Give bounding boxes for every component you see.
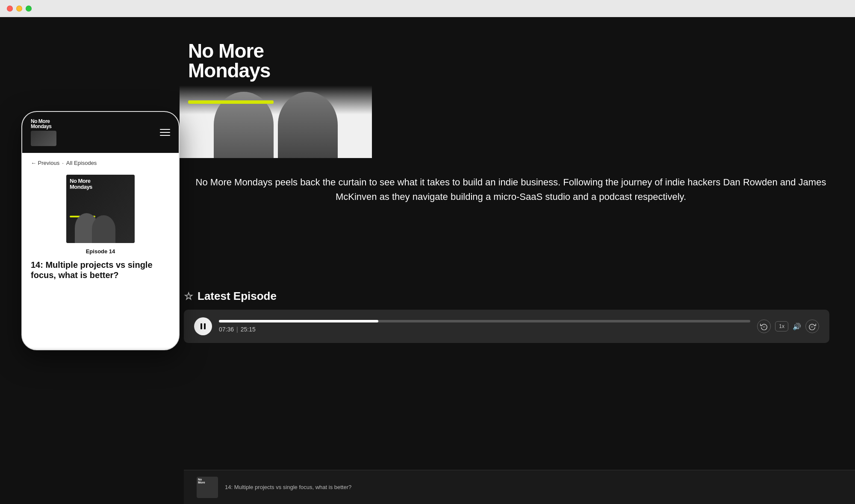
section-title: ☆ Latest Episode	[184, 290, 829, 303]
main-area: No More Mondays No More Mondays	[0, 17, 855, 504]
current-time: 07:36	[219, 326, 234, 333]
forward-10-button[interactable]: 10	[805, 319, 819, 333]
latest-episode-section: ☆ Latest Episode 07:36 | 25:15	[184, 290, 829, 343]
section-title-text: Latest Episode	[198, 290, 277, 303]
phone-logo: No More Mondays	[31, 119, 56, 146]
bottom-episode-text: 14: Multiple projects vs single focus, w…	[225, 484, 351, 490]
hamburger-menu-icon[interactable]	[160, 129, 170, 136]
pause-bar-left	[200, 323, 202, 329]
phone-episode-image: No More Mondays	[66, 175, 135, 243]
cover-art-container: No More Mondays	[180, 34, 372, 158]
star-icon: ☆	[184, 290, 193, 302]
podcast-description: No More Mondays peels back the curtain t…	[192, 175, 829, 204]
phone-nav: ← Previous · All Episodes	[31, 160, 170, 166]
player-controls: 10 1x 🔊 10	[757, 319, 819, 333]
rewind-10-button[interactable]: 10	[757, 319, 771, 333]
phone-header: No More Mondays	[22, 112, 179, 153]
speed-label: 1x	[779, 323, 784, 329]
pause-icon	[200, 323, 206, 329]
episode-label: Episode 14	[86, 248, 115, 255]
play-pause-button[interactable]	[194, 317, 212, 335]
person-right-face	[278, 92, 338, 158]
phone-logo-text-line2: Mondays	[31, 124, 56, 129]
phone-content: ← Previous · All Episodes No More Monday…	[22, 153, 179, 348]
total-time: 25:15	[241, 326, 256, 333]
cover-title-line2: Mondays	[188, 61, 270, 80]
svg-text:10: 10	[763, 325, 765, 328]
nav-separator: ·	[62, 160, 64, 166]
phone-logo-image	[31, 131, 56, 146]
phone-mockup: No More Mondays ← Previous · All Episode…	[21, 111, 180, 350]
volume-icon[interactable]: 🔊	[793, 322, 801, 331]
cover-title: No More Mondays	[188, 41, 270, 80]
time-separator: |	[236, 326, 238, 333]
bottom-episode-preview: 14: Multiple projects vs single focus, w…	[184, 470, 855, 504]
back-nav-link[interactable]: ← Previous	[31, 160, 59, 166]
close-button[interactable]	[7, 6, 13, 12]
pause-bar-right	[204, 323, 206, 329]
window-chrome	[0, 0, 855, 17]
audio-player: 07:36 | 25:15 10 1x 🔊	[184, 310, 829, 343]
description-text: No More Mondays peels back the curtain t…	[196, 177, 826, 202]
bottom-episode-thumbnail	[197, 477, 218, 498]
cover-underline	[188, 100, 274, 104]
maximize-button[interactable]	[26, 6, 32, 12]
phone-face-right	[92, 215, 115, 243]
episode-img-text: No More Mondays	[70, 178, 92, 190]
time-display: 07:36 | 25:15	[219, 326, 750, 333]
progress-bar-fill	[219, 320, 378, 322]
cover-art: No More Mondays	[180, 34, 372, 158]
progress-area: 07:36 | 25:15	[219, 320, 750, 333]
all-episodes-link[interactable]: All Episodes	[66, 160, 97, 166]
minimize-button[interactable]	[16, 6, 22, 12]
playback-speed-button[interactable]: 1x	[775, 321, 788, 331]
episode-title: 14: Multiple projects vs single focus, w…	[31, 260, 170, 280]
cover-title-line1: No More	[188, 41, 270, 61]
cover-faces	[180, 85, 372, 158]
progress-bar[interactable]	[219, 320, 750, 322]
svg-text:10: 10	[811, 325, 813, 328]
